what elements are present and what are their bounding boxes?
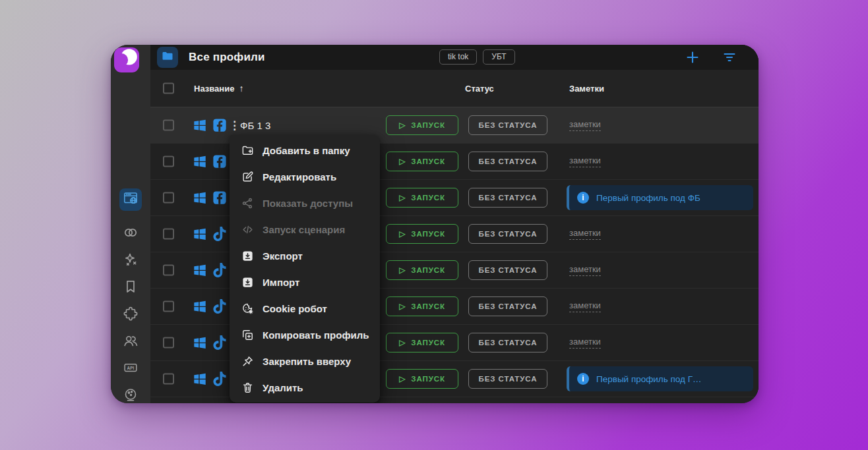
row-checkbox[interactable] [163,374,174,385]
launch-label: ЗАПУСК [411,302,445,310]
status-button[interactable]: БЕЗ СТАТУСА [468,224,547,244]
info-icon: i [577,192,589,204]
windows-icon [193,118,207,132]
windows-icon [193,263,207,277]
launch-label: ЗАПУСК [411,375,445,383]
windows-icon [193,154,207,169]
filter-button[interactable] [722,49,737,65]
sidebar-item-api[interactable]: API [119,360,142,378]
note-box[interactable]: i Первый профиль под ФБ [567,185,753,210]
menu-item-trash[interactable]: Удалить [230,374,380,401]
folders-button[interactable] [157,47,178,68]
windows-icon [193,335,207,350]
menu-item-label: Cookie робот [263,303,327,314]
launch-button[interactable]: ▷ ЗАПУСК [386,369,458,389]
api-icon: API [123,360,139,378]
sort-asc-icon: ↑ [239,83,243,94]
menu-item-label: Удалить [263,382,303,393]
sidebar-item-crystal-ball[interactable] [119,387,142,403]
menu-item-code: Запуск сценария [230,216,380,242]
sidebar-item-browser-profiles[interactable] [119,188,142,211]
menu-item-cookie[interactable]: Cookie робот [230,295,380,322]
facebook-icon [212,154,227,169]
tag-ubt[interactable]: УБТ [483,49,514,65]
launch-button[interactable]: ▷ ЗАПУСК [386,296,458,316]
sidebar-item-automation[interactable] [119,252,142,270]
menu-item-import[interactable]: Импорт [230,269,380,295]
sidebar-item-team[interactable] [119,333,142,351]
status-button[interactable]: БЕЗ СТАТУСА [468,333,547,352]
row-checkbox[interactable] [163,229,174,240]
note-placeholder[interactable]: заметки [569,228,601,240]
play-icon: ▷ [399,121,406,129]
menu-item-export[interactable]: Экспорт [230,242,380,269]
windows-icon [193,299,207,314]
status-button[interactable]: БЕЗ СТАТУСА [468,260,547,280]
plus-icon [685,56,700,67]
automation-icon [123,252,139,270]
launch-button[interactable]: ▷ ЗАПУСК [386,224,458,244]
row-checkbox[interactable] [163,156,174,167]
folder-icon [161,49,174,65]
proxy-icon [123,225,139,243]
row-menu-icon[interactable]: ⋮ [229,120,240,131]
sidebar-item-bookmarks[interactable] [119,279,142,297]
windows-icon [193,227,207,241]
menu-item-folder-plus[interactable]: Добавить в папку [230,137,380,163]
launch-button[interactable]: ▷ ЗАПУСК [386,188,458,208]
row-checkbox[interactable] [163,301,174,312]
tag-tiktok[interactable]: tik tok [439,49,477,65]
note-text: Первый профиль под Г… [596,374,701,384]
play-icon: ▷ [399,375,406,383]
browser-profiles-icon [123,190,139,209]
launch-button[interactable]: ▷ ЗАПУСК [386,115,458,135]
status-button[interactable]: БЕЗ СТАТУСА [468,152,547,171]
play-icon: ▷ [399,194,406,202]
sidebar-item-extensions[interactable] [119,306,142,324]
status-button[interactable]: БЕЗ СТАТУСА [468,296,547,316]
context-menu: Добавить в папку Редактировать Показать … [230,135,380,403]
status-button[interactable]: БЕЗ СТАТУСА [468,369,547,389]
titlebar: Все профили tik tok УБТ [150,45,759,70]
menu-item-pin[interactable]: Закрепить вверху [230,348,380,374]
play-icon: ▷ [399,230,406,238]
note-placeholder[interactable]: заметки [569,119,601,131]
app-logo[interactable] [114,47,139,72]
launch-button[interactable]: ▷ ЗАПУСК [386,152,458,171]
note-placeholder[interactable]: заметки [569,264,601,276]
select-all-checkbox[interactable] [163,83,174,94]
note-placeholder[interactable]: заметки [569,300,601,312]
menu-item-label: Добавить в папку [263,145,350,156]
extensions-icon [123,306,139,324]
note-placeholder[interactable]: заметки [569,155,601,167]
row-checkbox[interactable] [163,337,174,349]
folder-plus-icon [241,144,254,157]
column-header-name[interactable]: Название ↑ [194,83,243,94]
code-icon [241,223,254,236]
note-placeholder[interactable]: заметки [569,337,601,349]
row-checkbox[interactable] [163,265,174,276]
menu-item-label: Копировать профиль [263,329,369,341]
windows-icon [193,190,207,205]
menu-item-edit[interactable]: Редактировать [230,163,380,190]
launch-button[interactable]: ▷ ЗАПУСК [386,260,458,280]
menu-item-copy[interactable]: Копировать профиль [230,322,380,348]
facebook-icon [212,118,227,132]
launch-button[interactable]: ▷ ЗАПУСК [386,333,458,352]
profile-name: ФБ 1 3 [240,120,270,131]
note-box[interactable]: i Первый профиль под Г… [567,366,753,391]
play-icon: ▷ [399,339,406,347]
sidebar-item-proxy[interactable] [119,225,142,243]
row-checkbox[interactable] [163,192,174,204]
menu-item-label: Показать доступы [263,198,353,209]
status-button[interactable]: БЕЗ СТАТУСА [468,115,547,135]
menu-item-share: Показать доступы [230,190,380,216]
row-checkbox[interactable] [163,120,174,131]
launch-label: ЗАПУСК [411,266,445,274]
status-button[interactable]: БЕЗ СТАТУСА [468,188,547,208]
launch-label: ЗАПУСК [411,230,445,238]
tiktok-icon [212,372,227,386]
import-icon [241,275,254,289]
add-profile-button[interactable] [685,49,700,65]
column-header-status: Статус [465,84,494,94]
